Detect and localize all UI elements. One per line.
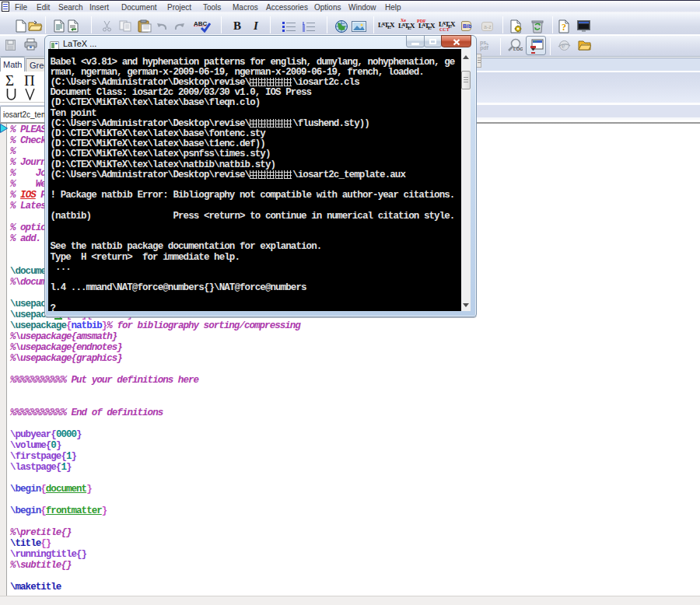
svg-text:?: ? [562, 22, 566, 33]
svg-text:e: e [562, 41, 565, 50]
svg-text:LOG: LOG [513, 47, 523, 51]
